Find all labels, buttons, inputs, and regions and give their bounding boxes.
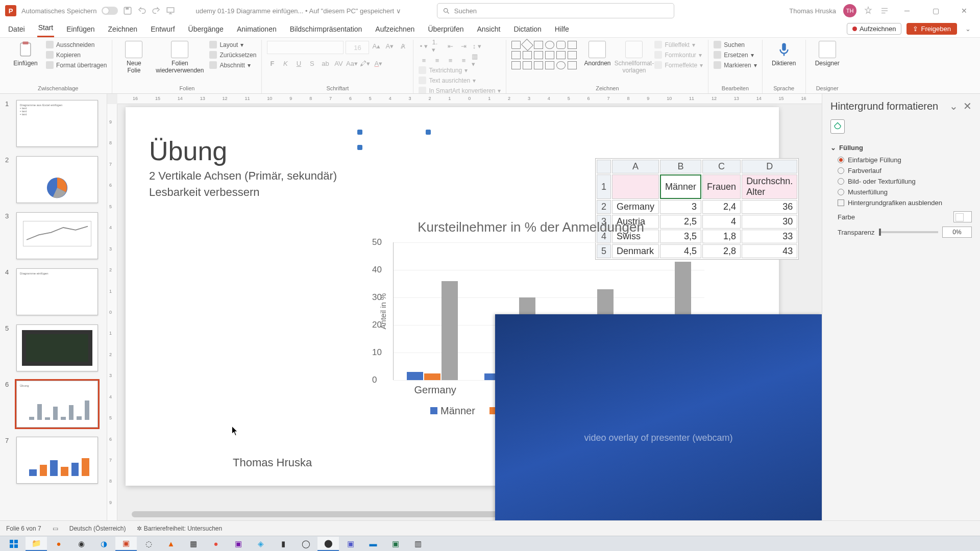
app-icon[interactable]: ◯ <box>295 537 316 551</box>
user-avatar[interactable]: TH <box>843 4 856 17</box>
redo-icon[interactable] <box>152 6 161 15</box>
transparency-value[interactable]: 0% <box>942 227 972 238</box>
range-handle-icon[interactable] <box>426 130 431 135</box>
app-icon[interactable]: ▥ <box>407 537 429 551</box>
record-button[interactable]: Aufzeichnen <box>847 23 902 35</box>
present-icon[interactable] <box>166 6 175 15</box>
align-right-button[interactable]: ≡ <box>445 55 455 65</box>
fill-gradient-radio[interactable]: Farbverlauf <box>830 165 972 176</box>
reset-button[interactable]: Zurücksetzen <box>209 51 256 59</box>
coming-soon-icon[interactable] <box>864 6 873 15</box>
undo-icon[interactable] <box>137 6 146 15</box>
columns-button[interactable]: ▥ ▾ <box>472 55 482 65</box>
bullets-button[interactable]: • ▾ <box>419 41 429 51</box>
tab-einfuegen[interactable]: Einfügen <box>65 22 95 37</box>
highlight-button[interactable]: 🖍▾ <box>360 58 370 68</box>
select-button[interactable]: Markieren ▾ <box>714 61 756 69</box>
section-button[interactable]: Abschnitt ▾ <box>209 61 256 69</box>
tab-animationen[interactable]: Animationen <box>236 22 278 37</box>
slide-thumb-2[interactable] <box>16 156 98 203</box>
text-direction-button[interactable]: Textrichtung ▾ <box>419 66 501 74</box>
chrome-icon[interactable]: ◉ <box>70 537 92 551</box>
align-center-button[interactable]: ≡ <box>432 55 442 65</box>
ribbon-mode-icon[interactable] <box>880 6 889 15</box>
range-handle-icon[interactable] <box>357 145 362 150</box>
notes-icon[interactable]: ▭ <box>53 525 58 532</box>
italic-button[interactable]: K <box>280 58 290 68</box>
app-icon[interactable]: ▮ <box>273 537 294 551</box>
line-spacing-button[interactable]: ↕ ▾ <box>472 41 482 51</box>
shapes-gallery[interactable] <box>511 41 577 69</box>
telegram-icon[interactable]: ◈ <box>250 537 272 551</box>
clear-format-icon[interactable]: A̷ <box>398 41 408 51</box>
designer-button[interactable]: Designer <box>811 41 844 67</box>
share-button[interactable]: ⇪Freigeben <box>906 23 957 35</box>
new-slide-button[interactable]: Neue Folie <box>117 41 150 74</box>
horizontal-scrollbar[interactable] <box>126 510 529 518</box>
reuse-slides-button[interactable]: Folien wiederverwenden <box>154 41 205 74</box>
underline-button[interactable]: U <box>293 58 304 68</box>
edge-icon[interactable]: ◑ <box>93 537 114 551</box>
app-icon[interactable]: ● <box>205 537 227 551</box>
decrease-font-icon[interactable]: A▾ <box>384 41 395 51</box>
format-painter-button[interactable]: Format übertragen <box>46 61 107 69</box>
vertical-scrollbar[interactable] <box>813 106 821 208</box>
transparency-slider[interactable] <box>879 231 939 233</box>
font-color-button[interactable]: A▾ <box>373 58 383 68</box>
document-title[interactable]: udemy 01-19 Diagramme einfügen... • Auf … <box>195 7 401 15</box>
align-text-button[interactable]: Text ausrichten ▾ <box>419 77 501 84</box>
slide-thumb-4[interactable]: Diagramme einfügen <box>16 268 98 315</box>
numbering-button[interactable]: 1. ▾ <box>432 41 442 51</box>
indent-dec-button[interactable]: ⇤ <box>445 41 455 51</box>
arrange-button[interactable]: Anordnen <box>581 41 614 67</box>
user-name[interactable]: Thomas Hruska <box>789 7 836 15</box>
shadow-button[interactable]: ab <box>320 58 330 68</box>
indent-inc-button[interactable]: ⇥ <box>458 41 469 51</box>
layout-button[interactable]: Layout ▾ <box>209 41 256 48</box>
font-family-combo[interactable] <box>267 41 344 54</box>
tab-ansicht[interactable]: Ansicht <box>476 22 501 37</box>
slide-editor[interactable]: 1615141312111098765432101234567891011121… <box>107 94 822 520</box>
tab-bildschirmpraesentation[interactable]: Bildschirmpräsentation <box>289 22 363 37</box>
close-button[interactable]: ✕ <box>953 3 975 18</box>
fill-category-icon[interactable] <box>830 119 845 134</box>
tab-entwurf[interactable]: Entwurf <box>150 22 176 37</box>
app-icon[interactable]: ▬ <box>362 537 384 551</box>
font-size-combo[interactable]: 16 <box>346 41 369 54</box>
slide-thumb-3[interactable] <box>16 212 98 259</box>
tab-dictation[interactable]: Dictation <box>512 22 542 37</box>
app-icon[interactable]: ▦ <box>183 537 204 551</box>
powerpoint-icon[interactable]: ▣ <box>115 537 137 551</box>
tab-aufzeichnen[interactable]: Aufzeichnen <box>374 22 415 37</box>
start-button[interactable] <box>3 537 24 551</box>
replace-button[interactable]: Ersetzen ▾ <box>714 51 756 59</box>
dictate-button[interactable]: Diktieren <box>768 41 800 67</box>
tab-uebergaenge[interactable]: Übergänge <box>187 22 225 37</box>
increase-font-icon[interactable]: A▴ <box>371 41 381 51</box>
strike-button[interactable]: S <box>307 58 317 68</box>
onenote-icon[interactable]: ▣ <box>228 537 249 551</box>
save-icon[interactable] <box>123 6 132 15</box>
paste-button[interactable]: Einfügen <box>9 41 42 67</box>
tab-zeichnen[interactable]: Zeichnen <box>107 22 139 37</box>
case-button[interactable]: Aa▾ <box>347 58 357 68</box>
convert-smartart-button[interactable]: In SmartArt konvertieren ▾ <box>419 87 501 94</box>
slide-thumb-1[interactable]: Diagramme aus Excel einfügen• text• text… <box>16 100 98 147</box>
collapse-ribbon-icon[interactable]: ⌄ <box>962 23 974 35</box>
excel-icon[interactable]: ▣ <box>385 537 406 551</box>
quick-styles-button[interactable]: Schnellformat- vorlagen <box>618 41 650 74</box>
align-justify-button[interactable]: ≡ <box>458 55 469 65</box>
slide-thumb-7[interactable] <box>16 437 98 484</box>
language-status[interactable]: Deutsch (Österreich) <box>69 525 126 532</box>
tab-ueberpruefen[interactable]: Überprüfen <box>427 22 464 37</box>
find-button[interactable]: Suchen <box>714 41 756 48</box>
slide-thumb-5[interactable] <box>16 324 98 371</box>
slide-text-block[interactable]: Übung 2 Vertikale Achsen (Primär, sekund… <box>149 136 337 199</box>
slide-thumb-6[interactable]: Übung <box>16 381 98 428</box>
range-handle-icon[interactable] <box>357 130 362 135</box>
vlc-icon[interactable]: ▲ <box>160 537 182 551</box>
maximize-button[interactable]: ▢ <box>925 3 946 18</box>
spacing-button[interactable]: AV <box>333 58 344 68</box>
pane-options-icon[interactable]: ⌄ <box>949 100 958 112</box>
section-fill-header[interactable]: ⌄Füllung <box>830 141 972 155</box>
